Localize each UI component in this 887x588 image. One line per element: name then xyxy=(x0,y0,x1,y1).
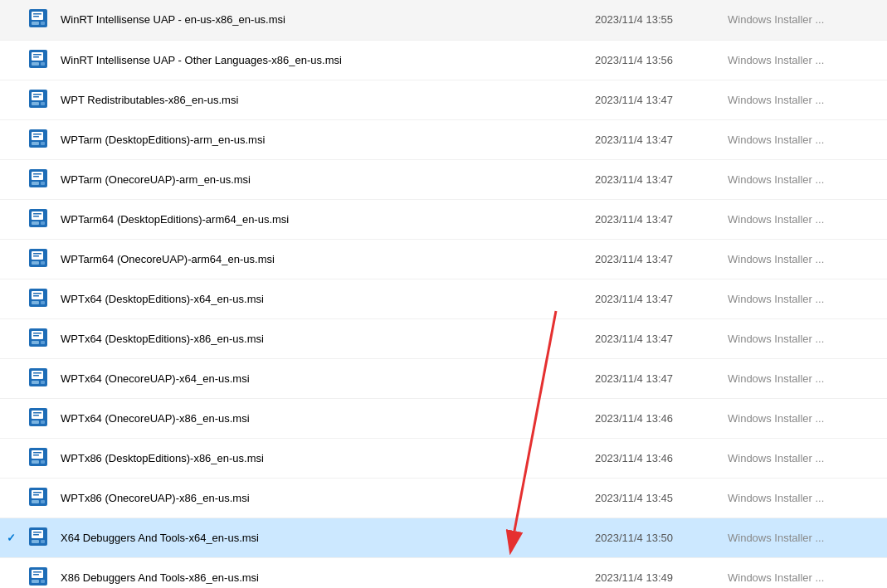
msi-file-icon xyxy=(29,177,47,190)
file-icon-cell xyxy=(22,239,54,279)
svg-rect-89 xyxy=(33,574,39,576)
file-type: Windows Installer ... xyxy=(721,398,887,438)
check-cell xyxy=(0,478,22,518)
file-date: 2023/11/4 13:47 xyxy=(588,199,721,239)
file-date: 2023/11/4 13:49 xyxy=(588,557,721,588)
file-name: WPTarm (OnecoreUAP)-arm_en-us.msi xyxy=(54,159,588,199)
svg-rect-65 xyxy=(33,415,39,416)
svg-rect-28 xyxy=(33,173,41,175)
file-type: Windows Installer ... xyxy=(721,0,887,40)
check-cell xyxy=(0,0,22,40)
svg-rect-81 xyxy=(41,540,45,543)
svg-rect-14 xyxy=(32,102,39,105)
check-cell xyxy=(0,279,22,318)
table-row[interactable]: WPTarm64 (OnecoreUAP)-arm64_en-us.msi202… xyxy=(0,239,887,279)
svg-rect-11 xyxy=(33,56,39,58)
svg-rect-58 xyxy=(33,372,41,374)
file-type: Windows Installer ... xyxy=(721,557,887,588)
file-date: 2023/11/4 13:47 xyxy=(588,358,721,398)
check-cell xyxy=(0,358,22,398)
svg-rect-47 xyxy=(33,295,39,297)
table-row[interactable]: ✓ X64 Debuggers And Tools-x64_en-us.msi2… xyxy=(0,518,887,557)
svg-rect-2 xyxy=(32,22,39,25)
svg-rect-50 xyxy=(32,341,39,344)
file-icon-cell xyxy=(22,478,54,518)
svg-rect-39 xyxy=(41,261,45,265)
file-date: 2023/11/4 13:47 xyxy=(588,279,721,318)
table-row[interactable]: WPTx86 (DesktopEditions)-x86_en-us.msi20… xyxy=(0,438,887,478)
file-name: WPTarm64 (OnecoreUAP)-arm64_en-us.msi xyxy=(54,239,588,279)
svg-rect-10 xyxy=(33,54,41,56)
file-icon-cell xyxy=(22,0,54,40)
file-date: 2023/11/4 13:45 xyxy=(588,478,721,518)
svg-rect-77 xyxy=(33,494,39,496)
file-type: Windows Installer ... xyxy=(721,199,887,239)
file-date: 2023/11/4 13:47 xyxy=(588,318,721,358)
file-date: 2023/11/4 13:46 xyxy=(588,398,721,438)
msi-file-icon xyxy=(29,217,47,230)
file-name: WinRT Intellisense UAP - en-us-x86_en-us… xyxy=(54,0,588,40)
svg-rect-20 xyxy=(32,142,39,145)
svg-rect-74 xyxy=(32,500,39,503)
svg-rect-56 xyxy=(32,381,39,384)
file-name: X64 Debuggers And Tools-x64_en-us.msi xyxy=(54,518,588,557)
table-row[interactable]: WPT Redistributables-x86_en-us.msi2023/1… xyxy=(0,80,887,119)
check-cell: ✓ xyxy=(0,518,22,557)
svg-rect-5 xyxy=(33,16,39,17)
msi-file-icon xyxy=(29,17,47,30)
table-row[interactable]: WPTx86 (OnecoreUAP)-x86_en-us.msi2023/11… xyxy=(0,478,887,518)
check-cell xyxy=(0,40,22,80)
table-row[interactable]: WinRT Intellisense UAP - en-us-x86_en-us… xyxy=(0,0,887,40)
table-row[interactable]: WinRT Intellisense UAP - Other Languages… xyxy=(0,40,887,80)
file-name: WPTx64 (OnecoreUAP)-x64_en-us.msi xyxy=(54,358,588,398)
file-date: 2023/11/4 13:50 xyxy=(588,518,721,557)
file-date: 2023/11/4 13:47 xyxy=(588,80,721,119)
file-type: Windows Installer ... xyxy=(721,438,887,478)
table-row[interactable]: WPTx64 (OnecoreUAP)-x86_en-us.msi2023/11… xyxy=(0,398,887,438)
table-row[interactable]: WPTarm64 (DesktopEditions)-arm64_en-us.m… xyxy=(0,199,887,239)
file-icon-cell xyxy=(22,557,54,588)
svg-rect-4 xyxy=(33,13,41,15)
file-type: Windows Installer ... xyxy=(721,279,887,318)
table-row[interactable]: X86 Debuggers And Tools-x86_en-us.msi202… xyxy=(0,557,887,588)
file-date: 2023/11/4 13:46 xyxy=(588,438,721,478)
svg-rect-59 xyxy=(33,375,39,377)
table-row[interactable]: WPTarm (OnecoreUAP)-arm_en-us.msi2023/11… xyxy=(0,159,887,199)
svg-rect-68 xyxy=(32,460,39,464)
file-type: Windows Installer ... xyxy=(721,119,887,159)
svg-rect-80 xyxy=(32,540,39,543)
file-icon-cell xyxy=(22,199,54,239)
svg-rect-22 xyxy=(33,134,41,135)
msi-file-icon xyxy=(29,98,47,110)
svg-rect-33 xyxy=(41,221,45,225)
check-cell xyxy=(0,239,22,279)
msi-file-icon xyxy=(29,337,47,349)
table-row[interactable]: WPTx64 (DesktopEditions)-x86_en-us.msi20… xyxy=(0,318,887,358)
check-cell xyxy=(0,557,22,588)
svg-rect-75 xyxy=(41,500,45,503)
file-icon-cell xyxy=(22,159,54,199)
svg-rect-52 xyxy=(33,333,41,334)
svg-rect-44 xyxy=(32,301,39,304)
check-cell xyxy=(0,398,22,438)
svg-rect-71 xyxy=(33,454,39,456)
file-icon-cell xyxy=(22,318,54,358)
svg-rect-29 xyxy=(33,176,39,177)
check-cell xyxy=(0,119,22,159)
table-row[interactable]: WPTx64 (OnecoreUAP)-x64_en-us.msi2023/11… xyxy=(0,358,887,398)
file-name: WPTx86 (DesktopEditions)-x86_en-us.msi xyxy=(54,438,588,478)
file-icon-cell xyxy=(22,438,54,478)
file-icon-cell xyxy=(22,80,54,119)
file-type: Windows Installer ... xyxy=(721,478,887,518)
file-type: Windows Installer ... xyxy=(721,318,887,358)
svg-rect-45 xyxy=(41,301,45,304)
msi-file-icon xyxy=(29,257,47,270)
svg-rect-16 xyxy=(33,94,41,95)
svg-rect-53 xyxy=(33,335,39,337)
svg-rect-69 xyxy=(41,460,45,464)
msi-file-icon xyxy=(29,536,47,548)
file-date: 2023/11/4 13:47 xyxy=(588,239,721,279)
table-row[interactable]: WPTx64 (DesktopEditions)-x64_en-us.msi20… xyxy=(0,279,887,318)
svg-rect-23 xyxy=(33,136,39,138)
table-row[interactable]: WPTarm (DesktopEditions)-arm_en-us.msi20… xyxy=(0,119,887,159)
